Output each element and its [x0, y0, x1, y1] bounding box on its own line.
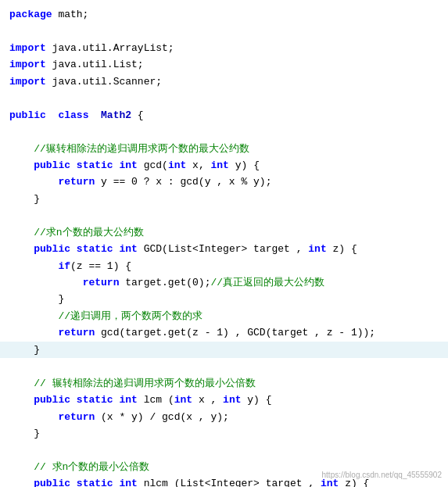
code-token: //递归调用，两个数两个数的求	[58, 308, 202, 324]
code-line	[0, 124, 448, 140]
code-token: int	[168, 157, 186, 174]
code-token: import	[9, 40, 46, 56]
code-token: static	[77, 157, 113, 174]
code-token: lcm (	[138, 392, 174, 408]
code-token: return	[58, 324, 95, 341]
code-token: public	[9, 107, 46, 124]
code-line: }	[0, 291, 448, 307]
code-token: public	[34, 241, 70, 257]
code-token: (z == 1) {	[70, 258, 131, 274]
code-token	[9, 157, 34, 174]
code-token: java.util.ArrayList;	[46, 40, 174, 56]
code-token	[9, 308, 58, 324]
code-token: math;	[52, 6, 89, 23]
code-token: //求n个数的最大公约数	[34, 224, 143, 241]
code-token: //真正返回的最大公约数	[210, 274, 324, 291]
code-token: Math2	[101, 107, 131, 124]
code-token: }	[9, 291, 64, 307]
code-token: GCD(List<Integer> target ,	[138, 241, 308, 257]
code-token: }	[9, 342, 40, 358]
code-line: return (x * y) / gcd(x , y);	[0, 409, 448, 425]
code-token	[9, 258, 58, 274]
code-token: int	[223, 392, 241, 408]
code-line: if(z == 1) {	[0, 258, 448, 274]
code-token	[9, 241, 34, 257]
code-token	[9, 475, 34, 487]
code-token: target.get(0);	[119, 274, 210, 291]
code-token: import	[9, 56, 46, 73]
code-token: gcd	[180, 174, 198, 190]
watermark: https://blog.csdn.net/qq_45555902	[322, 471, 442, 479]
code-token: java.util.List;	[46, 56, 144, 73]
code-token: x ,	[192, 392, 223, 408]
code-token: gcd(	[138, 157, 168, 174]
code-line	[0, 442, 448, 458]
code-token	[70, 392, 77, 408]
code-token: return	[58, 174, 95, 190]
code-token	[70, 475, 77, 487]
code-content: package math; import java.util.ArrayList…	[0, 6, 448, 487]
code-line: //求n个数的最大公约数	[0, 224, 448, 241]
code-line	[0, 358, 448, 374]
code-token: java.util.Scanner;	[46, 73, 162, 90]
code-token: static	[77, 392, 113, 408]
code-token: int	[308, 241, 326, 257]
code-token: int	[119, 392, 137, 408]
code-line: //辗转相除法的递归调用求两个数的最大公约数	[0, 141, 448, 157]
code-token: (x * y) / gcd(x , y);	[95, 409, 229, 425]
code-token	[88, 107, 101, 124]
code-token: y) {	[242, 392, 272, 408]
code-token: z) {	[327, 241, 357, 257]
code-token	[9, 324, 58, 341]
code-line: import java.util.ArrayList;	[0, 40, 448, 56]
code-token: int	[211, 157, 229, 174]
code-line: public static int gcd(int x, int y) {	[0, 157, 448, 174]
code-line: return y == 0 ? x : gcd(y , x % y);	[0, 174, 448, 190]
code-token: y == 0 ? x :	[95, 174, 180, 190]
code-token: int	[174, 392, 192, 408]
code-token: package	[9, 6, 52, 23]
code-token: // 求n个数的最小公倍数	[34, 459, 149, 475]
code-line	[0, 90, 448, 106]
code-token	[9, 409, 58, 425]
code-token: class	[58, 107, 88, 124]
code-token	[9, 224, 34, 241]
code-token	[9, 274, 83, 291]
code-token: //辗转相除法的递归调用求两个数的最大公约数	[34, 141, 249, 157]
code-token	[9, 141, 34, 157]
code-line: }	[0, 191, 448, 207]
code-token	[9, 174, 58, 190]
code-token: public	[34, 157, 70, 174]
code-token: static	[77, 475, 113, 487]
code-line: }	[0, 425, 448, 442]
code-line: public static int lcm (int x , int y) {	[0, 392, 448, 408]
code-token: int	[119, 157, 137, 174]
code-token	[9, 459, 34, 475]
code-token: }	[9, 191, 40, 207]
code-token	[113, 392, 120, 408]
code-token: }	[9, 425, 40, 442]
code-line: public class Math2 {	[0, 107, 448, 124]
code-line: package math;	[0, 6, 448, 23]
code-token	[113, 157, 120, 174]
code-line: import java.util.List;	[0, 56, 448, 73]
code-line: //递归调用，两个数两个数的求	[0, 308, 448, 324]
code-line: // 辗转相除法的递归调用求两个数的最小公倍数	[0, 375, 448, 392]
code-line: public static int GCD(List<Integer> targ…	[0, 241, 448, 257]
code-token: gcd(target.get(z - 1) , GCD(target , z -…	[95, 324, 375, 341]
code-token: nlcm (List<Integer> target ,	[138, 475, 321, 487]
code-token: return	[58, 409, 95, 425]
code-token: y) {	[229, 157, 260, 174]
code-token: int	[119, 241, 137, 257]
code-token: return	[83, 274, 120, 291]
code-token	[113, 241, 120, 257]
code-token	[113, 475, 120, 487]
code-token: import	[9, 73, 46, 90]
code-token: x,	[186, 157, 210, 174]
code-token	[70, 157, 77, 174]
code-token: {	[131, 107, 144, 124]
code-token: (y , x % y);	[199, 174, 272, 190]
code-line: import java.util.Scanner;	[0, 73, 448, 90]
code-editor: package math; import java.util.ArrayList…	[0, 0, 448, 487]
code-token: // 辗转相除法的递归调用求两个数的最小公倍数	[34, 375, 255, 392]
